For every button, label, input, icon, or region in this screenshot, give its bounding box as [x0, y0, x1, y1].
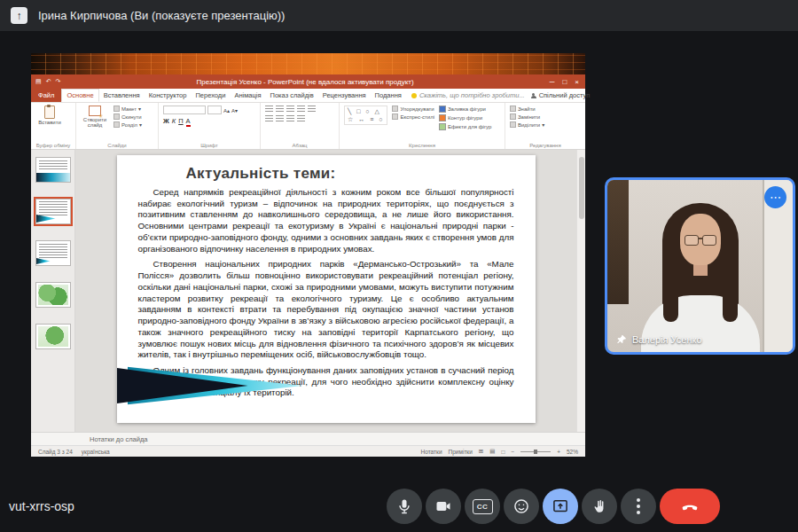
- close-icon[interactable]: ×: [575, 78, 579, 86]
- end-call-button[interactable]: [660, 489, 720, 524]
- slide-thumbnail[interactable]: [35, 324, 71, 349]
- view-sorter-icon[interactable]: ▤: [489, 448, 495, 455]
- tab-view[interactable]: Подання: [371, 89, 406, 102]
- camera-button[interactable]: [426, 489, 461, 524]
- reset-label: Скинути: [121, 114, 142, 120]
- tab-insert[interactable]: Вставлення: [99, 89, 145, 102]
- layout-button[interactable]: Макет▾: [113, 106, 142, 112]
- reset-button[interactable]: Скинути: [113, 113, 142, 120]
- tab-animations[interactable]: Анімація: [230, 89, 265, 102]
- captions-button[interactable]: CC: [465, 489, 500, 524]
- tab-slideshow[interactable]: Показ слайдів: [266, 89, 318, 102]
- new-slide-button[interactable]: Створити слайд: [81, 106, 109, 128]
- shapes-gallery[interactable]: ╲ □ ○ △ ☆ ↔ ≡ ○: [344, 106, 387, 125]
- tell-me-box[interactable]: Скажіть, що потрібно зробити...: [411, 89, 525, 102]
- find-icon: [510, 106, 516, 112]
- paste-label: Вставити: [38, 120, 61, 125]
- person-icon: [531, 93, 536, 98]
- view-normal-icon[interactable]: ⊞: [479, 448, 483, 455]
- arrange-button[interactable]: Упорядкувати: [392, 106, 434, 112]
- restore-icon[interactable]: □: [562, 78, 567, 86]
- arrange-icon: [392, 106, 398, 112]
- zoom-in-icon[interactable]: +: [557, 449, 560, 455]
- numbering-icon[interactable]: [276, 106, 284, 113]
- reactions-button[interactable]: [504, 489, 539, 524]
- bold-button[interactable]: Ж: [163, 117, 169, 125]
- group-label-drawing: Креслення: [340, 143, 505, 148]
- view-slideshow-icon[interactable]: □: [501, 449, 505, 455]
- underline-button[interactable]: П: [178, 117, 183, 125]
- slide-thumbnail[interactable]: [35, 240, 71, 266]
- replace-button[interactable]: Замінити: [510, 113, 544, 120]
- slide-thumbnail[interactable]: [35, 157, 71, 183]
- align-right-icon[interactable]: [286, 115, 294, 122]
- participant-shirt: [641, 295, 760, 355]
- quick-access-toolbar[interactable]: ▤ ↶ ↷: [35, 78, 60, 85]
- redo-icon[interactable]: ↷: [56, 78, 61, 85]
- line-spacing-icon[interactable]: [308, 106, 316, 113]
- font-size-select[interactable]: [207, 106, 222, 114]
- shape-effects-button[interactable]: Ефекти для фігур: [439, 123, 491, 130]
- notes-toggle[interactable]: Нотатки: [421, 449, 442, 455]
- zoom-slider[interactable]: [520, 451, 551, 452]
- indent-decrease-icon[interactable]: [286, 106, 294, 113]
- paste-button[interactable]: Вставити: [35, 106, 64, 125]
- undo-icon[interactable]: ↶: [46, 78, 51, 85]
- current-slide[interactable]: Актуальність теми: Серед напрямків рекре…: [117, 155, 536, 423]
- font-color-button[interactable]: А: [186, 117, 191, 127]
- more-vertical-icon: [637, 498, 640, 514]
- tab-home[interactable]: Основне: [61, 89, 98, 102]
- slide-thumbnail[interactable]: [35, 282, 71, 308]
- select-icon: [510, 121, 516, 128]
- slide-title[interactable]: Актуальність теми:: [186, 165, 514, 183]
- shape-fill-button[interactable]: Заливка фігури: [439, 106, 491, 113]
- slide-editor-canvas[interactable]: Актуальність теми: Серед напрямків рекре…: [75, 150, 576, 432]
- raise-hand-button[interactable]: [582, 489, 617, 524]
- language-indicator[interactable]: українська: [82, 449, 110, 455]
- section-button[interactable]: Розділ▾: [113, 121, 142, 128]
- justify-icon[interactable]: [297, 115, 305, 122]
- save-icon[interactable]: ▤: [35, 78, 42, 85]
- share-button[interactable]: Спільний доступ: [525, 89, 597, 102]
- scrollbar-thumb[interactable]: [579, 157, 584, 219]
- notes-pane[interactable]: Нотатки до слайда: [31, 432, 585, 445]
- present-button[interactable]: [543, 489, 578, 524]
- shape-effects-icon: [439, 123, 446, 130]
- find-button[interactable]: Знайти: [510, 106, 544, 112]
- vertical-scrollbar[interactable]: [576, 150, 585, 432]
- zoom-level[interactable]: 52%: [567, 449, 578, 455]
- clipboard-icon: [44, 106, 55, 119]
- more-options-button[interactable]: [621, 489, 656, 524]
- participant-video-tile[interactable]: Валерія Усенко ⋯: [605, 177, 795, 355]
- select-button[interactable]: Виділити▾: [510, 121, 544, 128]
- group-label-editing: Редагування: [505, 143, 585, 148]
- zoom-out-icon[interactable]: −: [511, 449, 514, 455]
- align-left-icon[interactable]: [265, 115, 273, 122]
- indent-increase-icon[interactable]: [297, 106, 305, 113]
- grow-font-icon[interactable]: А▴: [223, 107, 230, 113]
- tab-transitions[interactable]: Переходи: [191, 89, 230, 102]
- italic-button[interactable]: К: [172, 117, 176, 125]
- new-slide-icon: [89, 106, 101, 116]
- slide-body-text[interactable]: Серед напрямків рекреаційної діяльності …: [138, 187, 514, 399]
- slide-thumbnail-selected[interactable]: [35, 199, 71, 224]
- minimize-icon[interactable]: ─: [550, 78, 555, 86]
- group-label-slides: Слайди: [76, 143, 158, 148]
- slide-thumbnail-panel[interactable]: [31, 150, 75, 432]
- tab-review[interactable]: Рецензування: [318, 89, 371, 102]
- comments-toggle[interactable]: Примітки: [449, 449, 473, 455]
- ribbon-group-font: А▴ А▾ Ж К П А Шрифт: [159, 103, 261, 149]
- quick-styles-button[interactable]: Експрес-стилі: [392, 113, 434, 120]
- powerpoint-titlebar[interactable]: ▤ ↶ ↷ Презентація Усенко - PowerPoint (н…: [31, 74, 585, 89]
- shrink-font-icon[interactable]: А▾: [231, 107, 238, 113]
- tab-file[interactable]: Файл: [31, 89, 61, 102]
- font-name-select[interactable]: [163, 106, 206, 114]
- bullets-icon[interactable]: [265, 106, 273, 113]
- align-center-icon[interactable]: [276, 115, 284, 122]
- presenting-banner: ↑ Ірина Кирпичова (Ви (показуєте презент…: [0, 0, 798, 31]
- tab-design[interactable]: Конструктор: [145, 89, 192, 102]
- shape-outline-button[interactable]: Контур фігури: [439, 114, 491, 121]
- tile-options-button[interactable]: ⋯: [764, 186, 786, 208]
- find-label: Знайти: [518, 106, 536, 112]
- microphone-button[interactable]: [387, 489, 422, 524]
